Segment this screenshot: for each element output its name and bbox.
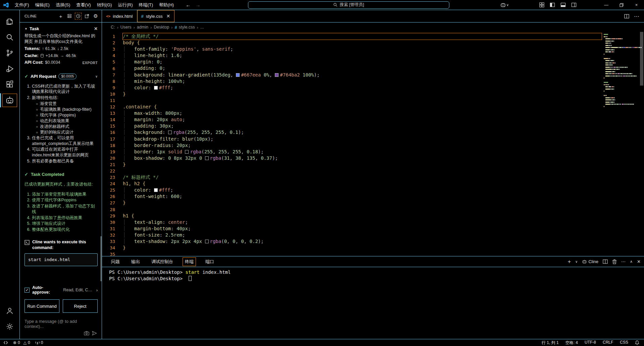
copilot-menu[interactable]: ∨ [500, 2, 509, 8]
breadcrumb-item[interactable]: Users [120, 25, 132, 30]
color-swatch[interactable] [168, 131, 172, 134]
split-editor-icon[interactable] [624, 14, 629, 19]
open-in-editor-icon[interactable] [84, 13, 90, 19]
close-panel-icon[interactable]: ✕ [637, 259, 641, 264]
code-line-34[interactable]: 34} [102, 245, 602, 251]
line-content[interactable]: } [123, 161, 602, 168]
editor-scrollbar[interactable] [639, 32, 644, 256]
color-swatch[interactable] [205, 240, 209, 243]
line-content[interactable]: h1 { [123, 213, 602, 219]
line-content[interactable]: color: #fff; [123, 187, 602, 193]
close-window-button[interactable]: × [629, 0, 644, 10]
line-number[interactable]: 8 [102, 79, 123, 84]
tab-style-css[interactable]: # style.css ✕ [137, 10, 175, 22]
line-number[interactable]: 11 [102, 98, 123, 103]
terminal-profile-cline[interactable]: Cline [582, 259, 598, 264]
line-number[interactable]: 3 [102, 47, 123, 52]
line-number[interactable]: 1 [102, 34, 123, 39]
panel-more-icon[interactable]: ⋯ [621, 259, 626, 264]
line-number[interactable]: 16 [102, 130, 123, 135]
more-actions-icon[interactable]: ⋯ [634, 13, 639, 19]
minimap[interactable] [602, 32, 639, 256]
code-line-31[interactable]: 31 margin-bottom: 40px; [102, 226, 602, 232]
line-number[interactable]: 26 [102, 194, 123, 199]
line-content[interactable]: color: #fff; [123, 85, 602, 91]
line-number[interactable]: 18 [102, 143, 123, 148]
color-swatch[interactable] [185, 150, 189, 154]
line-number[interactable]: 31 [102, 226, 123, 231]
line-content[interactable]: background: rgba(255, 255, 255, 0.1); [123, 129, 602, 136]
line-content[interactable]: .container { [123, 104, 602, 110]
menu-item-4[interactable]: 转到(G) [94, 0, 115, 10]
line-number[interactable]: 34 [102, 245, 123, 250]
color-swatch[interactable] [275, 73, 279, 77]
color-swatch[interactable] [205, 156, 209, 160]
settings-gear-icon[interactable] [2, 320, 17, 333]
code-line-28[interactable]: 28 [102, 206, 602, 213]
line-content[interactable]: min-height: 100vh; [123, 78, 602, 85]
line-number[interactable]: 6 [102, 66, 123, 71]
menu-item-5[interactable]: 运行(R) [115, 0, 136, 10]
line-number[interactable]: 22 [102, 168, 123, 174]
code-line-22[interactable]: 22 [102, 168, 602, 174]
line-number[interactable]: 9 [102, 85, 123, 90]
line-content[interactable]: border: 1px solid rgba(255, 255, 255, 0.… [123, 149, 602, 155]
code-line-13[interactable]: 13 max-width: 800px; [102, 110, 602, 116]
line-content[interactable]: h1, h2 { [123, 181, 602, 187]
breadcrumb-item[interactable]: Desktop [154, 25, 169, 30]
cline-view-icon[interactable] [2, 94, 17, 107]
breadcrumb-item[interactable]: admin [137, 25, 148, 30]
line-number[interactable]: 5 [102, 59, 123, 64]
tab-index-html[interactable]: <> index.html [102, 10, 137, 22]
breadcrumb-item[interactable]: C: [111, 25, 115, 30]
menu-item-1[interactable]: 编辑(E) [32, 0, 53, 10]
line-content[interactable]: margin: 0; [123, 59, 602, 65]
code-line-35[interactable]: 35 [102, 251, 602, 256]
statusbar-item-1[interactable]: 行 1, 列 1 [542, 340, 559, 346]
code-line-29[interactable]: 29h1 { [102, 213, 602, 219]
line-content[interactable] [123, 168, 602, 174]
new-terminal-icon[interactable]: + [568, 259, 571, 265]
line-number[interactable]: 14 [102, 117, 123, 122]
line-content[interactable]: } [123, 91, 602, 97]
restore-button[interactable] [614, 0, 629, 10]
line-number[interactable]: 20 [102, 156, 123, 161]
code-line-7[interactable]: 7 background: linear-gradient(135deg, #6… [102, 72, 602, 78]
line-number[interactable]: 4 [102, 53, 123, 58]
line-number[interactable]: 7 [102, 72, 123, 78]
line-content[interactable]: font-family: 'Poppins', sans-serif; [123, 46, 602, 52]
line-number[interactable]: 10 [102, 92, 123, 97]
code-line-15[interactable]: 15 padding: 30px; [102, 123, 602, 129]
line-content[interactable]: font-size: 2.5rem; [123, 232, 602, 238]
code-line-21[interactable]: 21} [102, 161, 602, 168]
reject-button[interactable]: Reject [63, 299, 98, 313]
code-editor[interactable]: 1/* 全局样式 */2body {3 font-family: 'Poppin… [102, 32, 644, 256]
source-control-icon[interactable] [2, 46, 17, 60]
code-line-2[interactable]: 2body { [102, 40, 602, 46]
remote-indicator-icon[interactable] [3, 341, 8, 345]
code-line-12[interactable]: 12.container { [102, 104, 602, 110]
history-icon[interactable] [75, 13, 82, 19]
statusbar-item-3[interactable]: UTF-8 [585, 340, 596, 346]
line-number[interactable]: 15 [102, 123, 123, 129]
camera-icon[interactable] [84, 331, 89, 336]
panel-tab-3[interactable]: 调试控制台 [149, 258, 175, 266]
line-number[interactable]: 21 [102, 162, 123, 167]
code-line-5[interactable]: 5 margin: 0; [102, 59, 602, 65]
line-number[interactable]: 2 [102, 40, 123, 45]
code-line-32[interactable]: 32 font-size: 2.5rem; [102, 232, 602, 238]
sidebar-scrollbar[interactable] [100, 236, 102, 281]
customize-layout-icon[interactable] [537, 1, 546, 9]
line-number[interactable]: 19 [102, 149, 123, 154]
extensions-icon[interactable] [2, 78, 17, 91]
line-content[interactable]: /* 标题样式 */ [123, 174, 602, 181]
account-icon[interactable] [2, 304, 17, 317]
panel-tab-4[interactable]: 终端 [183, 257, 196, 266]
line-content[interactable]: } [123, 200, 602, 206]
statusbar-item-5[interactable]: CSS [620, 340, 628, 346]
color-swatch[interactable] [154, 86, 158, 90]
code-line-10[interactable]: 10} [102, 91, 602, 97]
line-content[interactable]: padding: 30px; [123, 123, 602, 129]
code-line-14[interactable]: 14 margin: 20px auto; [102, 116, 602, 123]
ports-indicator[interactable]: 0 [35, 340, 43, 345]
